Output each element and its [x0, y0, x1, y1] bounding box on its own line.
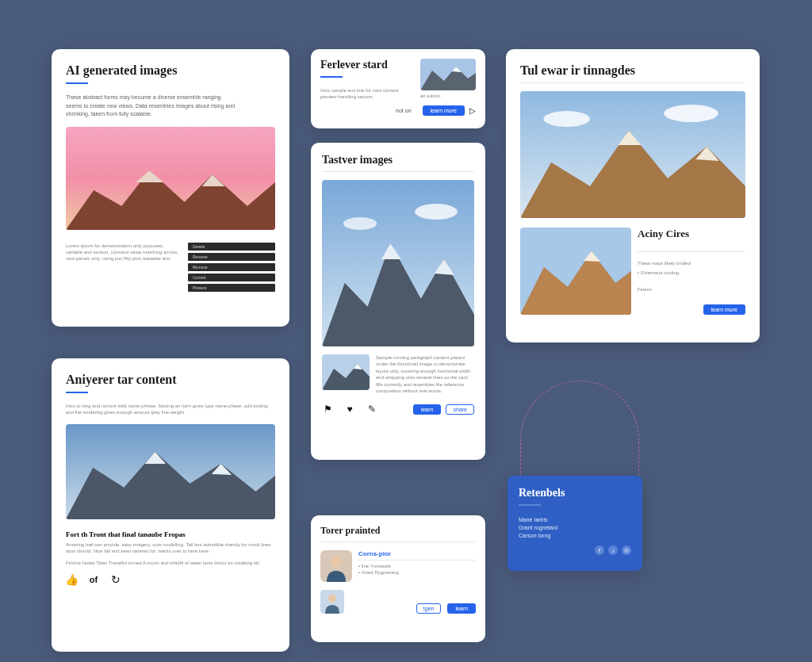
card-body: Intro sample text line for card content …	[320, 87, 414, 101]
card-title: AI generated images	[66, 63, 275, 78]
heart-icon[interactable]: ♥	[344, 404, 355, 415]
card-subtitle-2: seems to create new views. Data resemble…	[66, 102, 275, 111]
list-item[interactable]: Mane tarbis	[519, 517, 631, 522]
primary-button[interactable]: learn	[413, 404, 442, 415]
card-retenbels: Retenbels Mane tarbis Grant rognetard Ca…	[508, 476, 642, 571]
body-paragraph-2: Finitive Noted Tales Tranelful turned A …	[66, 560, 275, 566]
link-icon[interactable]: ↻	[110, 574, 121, 585]
circle-icon[interactable]: f	[595, 545, 604, 555]
primary-button[interactable]: learn more	[703, 304, 745, 315]
aside-bullet: • Giverment costing	[638, 270, 745, 276]
card-title: Ferlever stard	[320, 59, 414, 71]
thumb-caption: all submit	[420, 93, 476, 99]
menu-item[interactable]: Rename	[188, 253, 275, 261]
hero-image-sunset-mountain	[66, 127, 275, 230]
menu-list: Details Rename Remove Current Present	[188, 243, 275, 292]
list-item[interactable]: Carson torng	[519, 533, 631, 538]
card-tastver-images: Tastver images Sample running p	[311, 143, 485, 460]
flag-icon[interactable]: ⚑	[322, 404, 333, 415]
menu-item[interactable]: Remove	[188, 263, 275, 271]
card-title: Aniyerer tar content	[66, 373, 275, 387]
svg-point-13	[415, 204, 458, 220]
card-subtitle-1: These abstract forms may become a divers…	[66, 94, 275, 102]
svg-point-20	[664, 105, 718, 122]
svg-point-35	[331, 557, 342, 568]
primary-button[interactable]: learn	[447, 603, 476, 614]
title-divider	[320, 541, 476, 542]
tag-icon[interactable]: ✎	[366, 404, 377, 415]
play-icon[interactable]: ▷	[469, 106, 476, 115]
card-aniyerer-content: Aniyerer tar content Intro to long and c…	[52, 358, 289, 652]
hero-image-snow-mountain	[66, 424, 275, 519]
card-subtitle: Intro to long and current wick some phra…	[66, 403, 275, 416]
card-body: Lorem ipsum for demonstration only purpo…	[66, 243, 182, 262]
card-title: Tastver images	[322, 154, 474, 166]
hero-image-golden-mountain	[520, 91, 745, 218]
social-circles: f ♪ ◎	[595, 545, 631, 555]
card-tul-ewar: Tul ewar ir tinnagdes	[506, 49, 760, 342]
svg-point-14	[343, 217, 377, 230]
secondary-image-golden-mountain	[520, 228, 631, 315]
circle-icon[interactable]: ◎	[622, 545, 631, 555]
card-torer-prainted: Torer prainted Corns-plor • line Ymuseal…	[311, 515, 485, 642]
section-heading: Fort th Tront that final tanaube Fropas	[66, 530, 275, 538]
aside-label: Finens	[638, 286, 745, 293]
menu-item[interactable]: Current	[188, 274, 275, 281]
card-title: Retenbels	[519, 487, 631, 499]
card-title: Tul ewar ir tinnagdes	[520, 63, 745, 78]
ghost-button[interactable]: not on	[389, 105, 417, 116]
title-divider	[322, 171, 474, 172]
card-ai-generated-images: AI generated images These abstract forms…	[52, 49, 289, 327]
svg-point-19	[543, 111, 590, 127]
circle-icon[interactable]: ♪	[608, 545, 618, 555]
avatar-small	[320, 590, 344, 614]
menu-item[interactable]: Details	[188, 243, 275, 251]
list-item[interactable]: Grant rognetard	[519, 525, 631, 530]
aside-divider	[638, 251, 745, 252]
of-icon[interactable]: of	[88, 574, 99, 585]
title-divider	[519, 504, 541, 506]
title-divider	[66, 392, 88, 393]
profile-bullet: • Grant Rygneming	[358, 569, 476, 576]
body-paragraph-1: Amazing trail can provide, easy imagery,…	[66, 541, 275, 555]
dashed-placeholder	[520, 381, 639, 484]
avatar	[320, 550, 352, 582]
outline-button[interactable]: tgen	[416, 603, 442, 614]
aside-title: Aciny Cires	[638, 228, 745, 240]
aside-line: These stays likely bridled	[638, 260, 745, 266]
title-divider	[320, 76, 343, 78]
hero-image-blue-mountain	[322, 180, 474, 346]
thumbs-icon[interactable]: 👍	[66, 574, 77, 585]
card-body: Sample running paragraph content placed …	[376, 354, 474, 394]
card-title: Torer prainted	[320, 525, 476, 537]
secondary-button[interactable]: share	[446, 404, 474, 415]
profile-bullet: • line Ymuseals	[358, 563, 476, 569]
title-divider	[520, 82, 745, 83]
menu-item[interactable]: Present	[188, 284, 275, 292]
card-ferlever-stard: Ferlever stard Intro sample text line fo…	[311, 49, 485, 128]
thumbnail-mountain	[420, 59, 476, 90]
card-subtitle-3: shrinking, taken from fully scalable.	[66, 110, 275, 119]
profile-name[interactable]: Corns-plor	[358, 550, 476, 557]
svg-point-37	[328, 595, 336, 603]
thumbnail-mountain	[322, 354, 370, 390]
title-divider	[66, 82, 88, 84]
primary-button[interactable]: learn more	[423, 105, 465, 116]
